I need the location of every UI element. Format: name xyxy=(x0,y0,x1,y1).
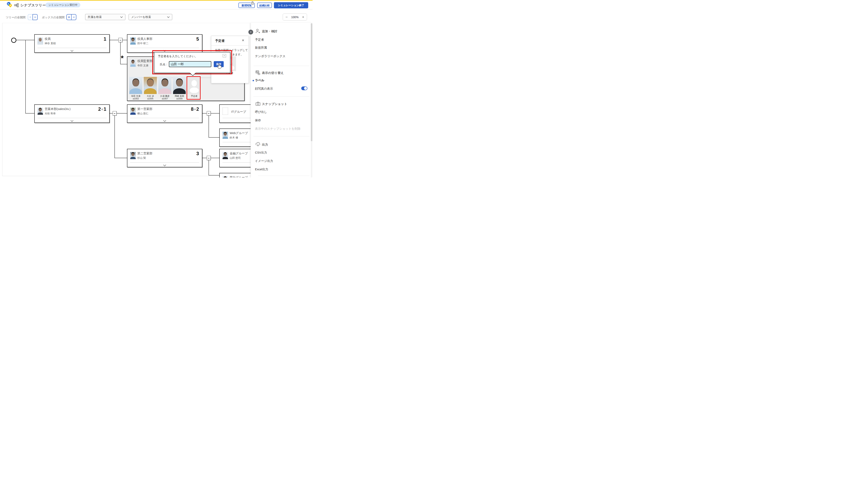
sidebar-item-image-output[interactable]: イメージ出力 xyxy=(255,159,273,163)
member-count: 8+2 xyxy=(191,106,199,112)
org-compare-button[interactable]: 組織比較 xyxy=(257,3,272,8)
panel-description: 任意の箇所にドラッグして xyxy=(215,48,248,52)
department-search-placeholder: 所属を検索 xyxy=(88,15,102,19)
member-name: 久保 勝彦 xyxy=(160,94,169,98)
planned-name-input[interactable] xyxy=(169,61,211,67)
top-accent-strip xyxy=(0,0,313,1)
org-box-manager-name: 光枝 和幸 xyxy=(45,112,56,115)
org-box-title: 第一営業部 xyxy=(137,107,152,111)
org-box-sales-dept-1[interactable]: 第一営業部 横山 悠仁 8+2 xyxy=(127,104,202,123)
zoom-control: − 100% + xyxy=(283,14,307,21)
org-box-manager-name: 神谷 直樹 xyxy=(45,42,56,45)
connector-line xyxy=(115,158,127,158)
collapse-branch-button[interactable]: − xyxy=(119,38,122,42)
concurrent-post-asterisk: * xyxy=(121,54,124,63)
box-expand-all-button[interactable]: + xyxy=(66,14,71,20)
sidebar-item-temporary-box[interactable]: テンポラリーボックス xyxy=(255,55,286,58)
member-photo[interactable] xyxy=(144,77,157,94)
org-box-sales-division[interactable]: 営業本部(salesDiv.) 光枝 和幸 2+1 xyxy=(34,104,110,123)
connector-line xyxy=(122,40,127,40)
connector-line xyxy=(208,160,209,175)
collapse-branch-button[interactable]: − xyxy=(112,111,117,115)
sidebar-item-face-photo[interactable]: 顔写真の表示 xyxy=(255,87,273,91)
collapse-branch-button[interactable]: − xyxy=(207,156,211,160)
org-box-executive-hr[interactable]: 役員人事部 田中 研二 5 xyxy=(127,34,202,53)
member-photo[interactable] xyxy=(158,77,171,94)
member-search-placeholder: メンバーを検索 xyxy=(131,15,151,19)
divider xyxy=(38,118,106,118)
connector-line xyxy=(115,115,115,158)
member-code: a1005 xyxy=(147,98,153,100)
member-photo[interactable] xyxy=(129,77,142,94)
sidebar-scrollbar-thumb[interactable] xyxy=(311,23,312,141)
org-box-title: 役員 xyxy=(45,37,50,41)
member-name: 寺田 文康 xyxy=(131,94,140,98)
member-count: 5 xyxy=(197,36,199,42)
collapse-branch-button[interactable]: − xyxy=(207,111,211,115)
save-button[interactable]: 保存 xyxy=(214,61,224,67)
app-header: シナプスツリー シミュレーション実行中 履歴閲覧 組織比較 シミュレーション終了 xyxy=(0,1,313,9)
expand-chevron-icon[interactable] xyxy=(70,119,74,123)
org-box-title: 第二営業部 xyxy=(137,152,152,155)
connector-line xyxy=(25,40,26,113)
connector-line xyxy=(120,42,121,64)
tree-toggle-label: ツリーの全開閉 xyxy=(6,16,25,19)
box-toggle-label: ボックスの全開閉 xyxy=(42,16,65,19)
org-box-title: 金融グループ xyxy=(230,152,248,155)
canvas-border xyxy=(2,23,2,176)
expand-chevron-icon[interactable] xyxy=(70,49,74,52)
simulation-status-badge: シミュレーション実行中 xyxy=(45,3,80,7)
sidebar-item-csv-output[interactable]: CSV出力 xyxy=(255,151,267,155)
manager-photo xyxy=(223,176,228,177)
connector-line xyxy=(110,40,119,40)
manager-photo xyxy=(130,108,136,115)
sidebar-item-recall[interactable]: 呼び出し xyxy=(255,110,267,114)
page-title: シナプスツリー xyxy=(20,3,46,7)
sidebar-item-planned-person[interactable]: 予定者 xyxy=(255,38,264,42)
sidebar-item-new-department[interactable]: 新規所属 xyxy=(255,46,267,49)
box-collapse-all-button[interactable]: − xyxy=(71,14,76,20)
org-box-manager-name: 寺田 文康 xyxy=(137,64,148,67)
face-photo-toggle[interactable] xyxy=(301,86,307,90)
member-count: 2+1 xyxy=(98,106,106,112)
connector-line xyxy=(202,158,207,158)
divider xyxy=(253,66,310,66)
sidebar-item-save[interactable]: 保存 xyxy=(255,119,261,122)
close-icon[interactable]: × xyxy=(223,54,226,57)
member-photo[interactable] xyxy=(173,77,186,94)
divider xyxy=(130,162,199,163)
expand-chevron-icon[interactable] xyxy=(163,119,166,123)
org-box-sales-dept-2[interactable]: 第二営業部 杉山 賢 3 xyxy=(127,149,202,167)
planned-person-placeholder[interactable] xyxy=(188,78,200,94)
sidebar-section-display: 表示の切り替え xyxy=(262,71,284,75)
manager-photo xyxy=(223,132,228,139)
department-search-select[interactable]: 所属を検索 xyxy=(85,14,125,20)
divider xyxy=(211,45,249,46)
org-box-manager-name: 鈴木 修 xyxy=(230,136,238,140)
org-box-executives[interactable]: 役員 神谷 直樹 1 xyxy=(34,34,110,53)
sidebar-item-excel-output[interactable]: Excel出力 xyxy=(255,168,268,171)
close-icon[interactable]: × xyxy=(242,38,244,43)
connector-line xyxy=(211,113,219,113)
panel-description: きます。 xyxy=(232,53,243,56)
end-simulation-button[interactable]: シミュレーション終了 xyxy=(274,2,308,8)
sidebar-item-label[interactable]: ラベル xyxy=(255,79,264,82)
camera-icon xyxy=(255,101,261,106)
sidebar-collapse-button[interactable]: › xyxy=(248,30,253,35)
tree-collapse-all-button[interactable]: − xyxy=(33,14,38,20)
display-switch-icon xyxy=(255,70,261,75)
connector-line xyxy=(211,158,219,158)
app-logo-icon xyxy=(6,2,12,8)
manager-photo xyxy=(223,152,228,159)
zoom-in-button[interactable]: + xyxy=(302,15,304,19)
member-search-select[interactable]: メンバーを検索 xyxy=(129,14,172,20)
dialog-tail xyxy=(189,73,196,77)
zoom-out-button[interactable]: − xyxy=(286,15,288,19)
org-box-title: 役員監査部 xyxy=(137,59,152,63)
expand-chevron-icon[interactable] xyxy=(163,164,166,167)
sidebar-section-output: 出力 xyxy=(262,143,268,147)
name-field-label: 氏名： xyxy=(160,63,168,66)
lock-icon xyxy=(251,1,254,5)
connector-line xyxy=(110,113,112,113)
tree-expand-all-button[interactable]: + xyxy=(28,14,33,20)
